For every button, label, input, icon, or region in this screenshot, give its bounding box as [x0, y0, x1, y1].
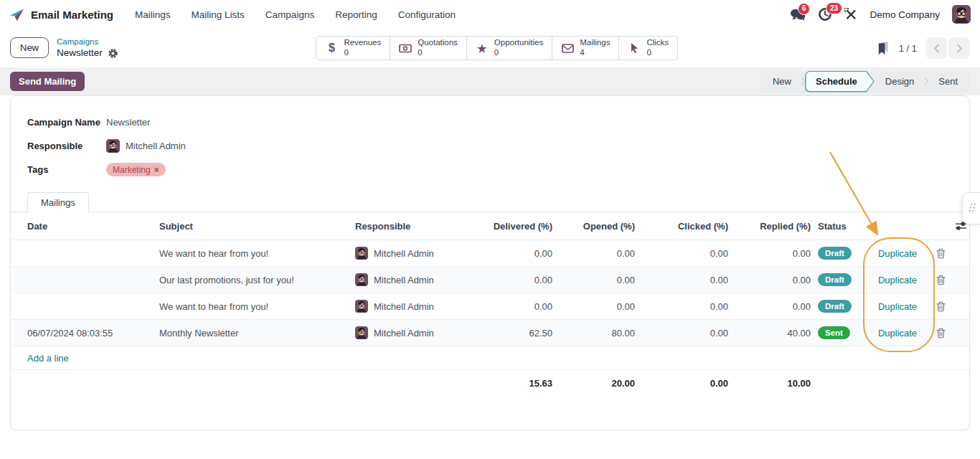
- table-row[interactable]: We want to hear from you! Mitchell Admin…: [11, 293, 969, 320]
- stat-button-box: $ Revenues 0 Quotations 0 ★ Opportunitie…: [316, 36, 678, 60]
- header-responsible[interactable]: Responsible: [355, 221, 470, 232]
- debug-tools-icon[interactable]: [844, 8, 857, 21]
- stat-label: Revenues: [344, 38, 381, 48]
- cell-opened[interactable]: 80.00: [552, 328, 635, 339]
- cell-opened[interactable]: 0.00: [552, 248, 635, 259]
- cell-replied[interactable]: 0.00: [728, 275, 811, 285]
- stat-quotations-button[interactable]: Quotations 0: [390, 37, 467, 60]
- dollar-icon: $: [325, 42, 338, 54]
- total-replied: 10.00: [728, 378, 811, 389]
- stage-design[interactable]: Design: [875, 71, 925, 93]
- company-switcher[interactable]: Demo Company: [870, 9, 940, 20]
- cell-delivered[interactable]: 0.00: [470, 275, 552, 285]
- cell-opened[interactable]: 0.00: [552, 301, 635, 312]
- header-status[interactable]: Status: [811, 221, 866, 232]
- duplicate-button[interactable]: Duplicate: [866, 248, 929, 259]
- app-title[interactable]: Email Marketing: [31, 9, 113, 21]
- header-subject[interactable]: Subject: [159, 221, 355, 232]
- tag-marketing[interactable]: Marketing ×: [106, 163, 166, 176]
- cell-clicked[interactable]: 0.00: [635, 248, 728, 259]
- header-delivered[interactable]: Delivered (%): [470, 221, 552, 232]
- bookmark-icon[interactable]: [876, 41, 890, 55]
- stage-sent[interactable]: Sent: [928, 71, 969, 93]
- activities-count-badge: 23: [826, 2, 842, 14]
- cell-opened[interactable]: 0.00: [552, 275, 635, 285]
- row-avatar: [355, 300, 368, 313]
- tag-remove-icon[interactable]: ×: [154, 165, 159, 175]
- table-row[interactable]: Our last promotions, just for you! Mitch…: [11, 267, 969, 293]
- pager-next-button[interactable]: [948, 37, 970, 59]
- cell-subject[interactable]: Monthly Newsletter: [159, 328, 355, 339]
- table-row[interactable]: 06/07/2024 08:03:55 Monthly Newsletter M…: [11, 320, 969, 346]
- messages-icon[interactable]: 6: [790, 8, 806, 22]
- send-mailing-button[interactable]: Send Mailing: [10, 72, 85, 91]
- stat-opportunities-button[interactable]: ★ Opportunities 0: [467, 37, 552, 60]
- responsible-avatar: [106, 139, 120, 153]
- new-button[interactable]: New: [10, 37, 49, 58]
- duplicate-button[interactable]: Duplicate: [866, 328, 929, 339]
- cell-delivered[interactable]: 62.50: [470, 328, 552, 339]
- stage-schedule[interactable]: Schedule: [805, 71, 875, 93]
- cell-delivered[interactable]: 0.00: [470, 301, 552, 312]
- cell-responsible[interactable]: Mitchell Admin: [355, 300, 470, 313]
- main-menu: Mailings Mailing Lists Campaigns Reporti…: [135, 9, 456, 20]
- app-logo-icon[interactable]: [9, 7, 24, 22]
- cell-replied[interactable]: 40.00: [728, 328, 811, 339]
- total-clicked: 0.00: [635, 378, 728, 389]
- cell-responsible[interactable]: Mitchell Admin: [355, 247, 470, 260]
- cell-replied[interactable]: 0.00: [728, 301, 811, 312]
- menu-campaigns[interactable]: Campaigns: [265, 9, 314, 20]
- delete-row-button[interactable]: [929, 248, 952, 259]
- menu-mailings[interactable]: Mailings: [135, 9, 171, 20]
- chatter-resize-handle[interactable]: [962, 192, 980, 224]
- action-gear-icon[interactable]: [108, 48, 118, 59]
- cell-subject[interactable]: We want to hear from you!: [159, 301, 355, 312]
- breadcrumb-campaigns[interactable]: Campaigns: [57, 37, 118, 47]
- header-date[interactable]: Date: [11, 221, 159, 232]
- duplicate-button[interactable]: Duplicate: [866, 301, 929, 312]
- stat-revenues-button[interactable]: $ Revenues 0: [316, 37, 390, 60]
- activities-clock-icon[interactable]: 23: [818, 7, 832, 22]
- banknote-icon: [399, 44, 412, 53]
- delete-row-button[interactable]: [929, 328, 952, 339]
- table-row[interactable]: We want to hear from you! Mitchell Admin…: [11, 240, 969, 267]
- add-a-line-link[interactable]: Add a line: [11, 346, 969, 370]
- header-clicked[interactable]: Clicked (%): [635, 221, 728, 232]
- pager-previous-button[interactable]: [925, 37, 947, 59]
- menu-reporting[interactable]: Reporting: [335, 9, 377, 20]
- breadcrumb: Campaigns Newsletter: [57, 37, 118, 59]
- cell-responsible[interactable]: Mitchell Admin: [355, 273, 470, 286]
- cell-responsible[interactable]: Mitchell Admin: [355, 326, 470, 339]
- duplicate-button[interactable]: Duplicate: [866, 275, 929, 285]
- responsible-field[interactable]: Mitchell Admin: [106, 139, 186, 153]
- header-opened[interactable]: Opened (%): [552, 221, 635, 232]
- cell-clicked[interactable]: 0.00: [635, 301, 728, 312]
- stat-clicks-button[interactable]: Clicks 0: [619, 37, 677, 60]
- cell-date[interactable]: 06/07/2024 08:03:55: [11, 328, 159, 339]
- menu-mailing-lists[interactable]: Mailing Lists: [192, 9, 245, 20]
- stat-value: 4: [580, 48, 610, 58]
- control-panel: New Campaigns Newsletter $ Revenues 0: [0, 29, 980, 67]
- stage-new[interactable]: New: [762, 71, 802, 93]
- campaign-name-field[interactable]: Newsletter: [106, 117, 150, 128]
- menu-configuration[interactable]: Configuration: [398, 9, 456, 20]
- status-badge: Draft: [818, 273, 852, 286]
- cell-clicked[interactable]: 0.00: [635, 328, 728, 339]
- stat-mailings-button[interactable]: Mailings 4: [552, 37, 619, 60]
- table-header-row: Date Subject Responsible Delivered (%) O…: [11, 212, 969, 240]
- cell-subject[interactable]: Our last promotions, just for you!: [159, 275, 355, 285]
- cell-replied[interactable]: 0.00: [728, 248, 811, 259]
- cell-delivered[interactable]: 0.00: [470, 248, 552, 259]
- header-replied[interactable]: Replied (%): [728, 221, 811, 232]
- responsible-label: Responsible: [27, 141, 106, 151]
- cell-subject[interactable]: We want to hear from you!: [159, 248, 355, 259]
- delete-row-button[interactable]: [929, 301, 952, 312]
- status-badge: Draft: [818, 247, 852, 260]
- tab-mailings[interactable]: Mailings: [27, 192, 89, 212]
- total-opened: 20.00: [552, 378, 635, 389]
- user-avatar[interactable]: [952, 5, 971, 24]
- delete-row-button[interactable]: [929, 275, 952, 285]
- cell-clicked[interactable]: 0.00: [635, 275, 728, 285]
- stat-label: Mailings: [580, 38, 610, 48]
- status-badge: Draft: [818, 300, 852, 313]
